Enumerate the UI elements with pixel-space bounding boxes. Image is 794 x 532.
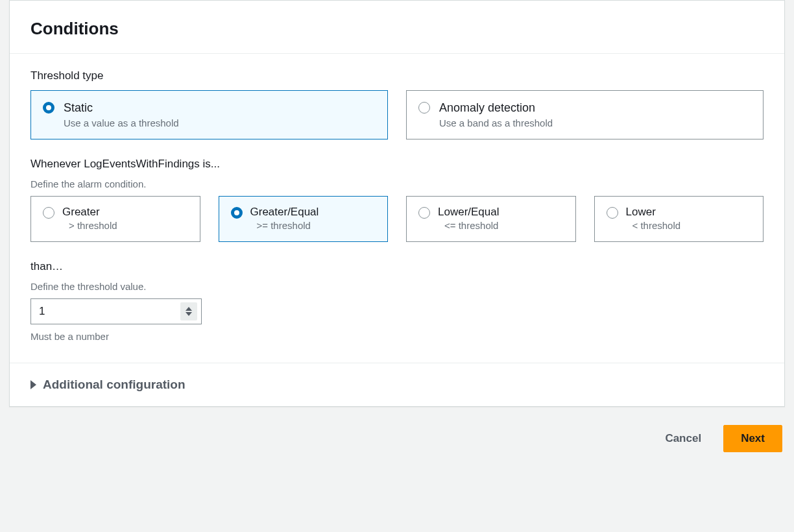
number-stepper[interactable] — [180, 302, 197, 320]
conditions-panel: Conditions Threshold type Static Use a v… — [9, 0, 785, 407]
radio-content: Greater/Equal >= threshold — [250, 206, 319, 231]
threshold-type-options: Static Use a value as a threshold Anomal… — [30, 90, 764, 139]
condition-lower[interactable]: Lower < threshold — [594, 196, 764, 242]
chevron-up-icon — [186, 307, 192, 311]
radio-content: Anomaly detection Use a band as a thresh… — [439, 100, 553, 128]
next-button[interactable]: Next — [723, 425, 782, 452]
radio-desc: >= threshold — [250, 220, 319, 231]
panel-body: Threshold type Static Use a value as a t… — [10, 54, 784, 363]
radio-title: Greater/Equal — [250, 206, 319, 219]
radio-desc: Use a value as a threshold — [64, 117, 179, 128]
radio-content: Static Use a value as a threshold — [64, 100, 179, 128]
radio-title: Greater — [62, 206, 117, 219]
condition-greater-equal[interactable]: Greater/Equal >= threshold — [219, 196, 389, 242]
radio-icon — [43, 102, 54, 114]
condition-options: Greater > threshold Greater/Equal >= thr… — [30, 196, 764, 242]
threshold-value-hint: Must be a number — [30, 331, 764, 342]
threshold-type-label: Threshold type — [30, 69, 764, 82]
radio-desc: < threshold — [626, 220, 681, 231]
chevron-down-icon — [186, 312, 192, 316]
threshold-value-help: Define the threshold value. — [30, 281, 764, 292]
threshold-value-label: than… — [30, 260, 764, 273]
radio-icon — [418, 102, 430, 114]
radio-desc: <= threshold — [438, 220, 499, 231]
radio-title: Lower — [626, 206, 681, 219]
condition-greater[interactable]: Greater > threshold — [30, 196, 200, 242]
threshold-value-section: than… Define the threshold value. Must b… — [30, 260, 764, 342]
condition-lower-equal[interactable]: Lower/Equal <= threshold — [406, 196, 576, 242]
condition-label: Whenever LogEventsWithFindings is... — [30, 158, 764, 171]
radio-title: Anomaly detection — [439, 100, 553, 116]
panel-title: Conditions — [30, 19, 764, 39]
caret-right-icon — [30, 380, 36, 389]
radio-title: Static — [64, 100, 179, 116]
panel-header: Conditions — [10, 1, 784, 54]
cancel-button[interactable]: Cancel — [652, 426, 714, 452]
threshold-type-static[interactable]: Static Use a value as a threshold — [30, 90, 388, 139]
threshold-type-anomaly[interactable]: Anomaly detection Use a band as a thresh… — [406, 90, 764, 139]
radio-icon — [43, 207, 54, 219]
condition-help: Define the alarm condition. — [30, 178, 764, 189]
radio-desc: > threshold — [62, 220, 117, 231]
radio-icon — [607, 207, 618, 219]
radio-desc: Use a band as a threshold — [439, 117, 553, 128]
threshold-value-input-wrap — [30, 298, 202, 324]
footer: Cancel Next — [0, 407, 794, 459]
threshold-value-input[interactable] — [31, 300, 180, 323]
radio-content: Lower < threshold — [626, 206, 681, 231]
radio-title: Lower/Equal — [438, 206, 499, 219]
radio-icon — [231, 207, 243, 219]
expander-title: Additional configuration — [43, 378, 186, 392]
additional-configuration-expander[interactable]: Additional configuration — [10, 363, 784, 406]
radio-icon — [418, 207, 430, 219]
radio-content: Lower/Equal <= threshold — [438, 206, 499, 231]
radio-content: Greater > threshold — [62, 206, 117, 231]
